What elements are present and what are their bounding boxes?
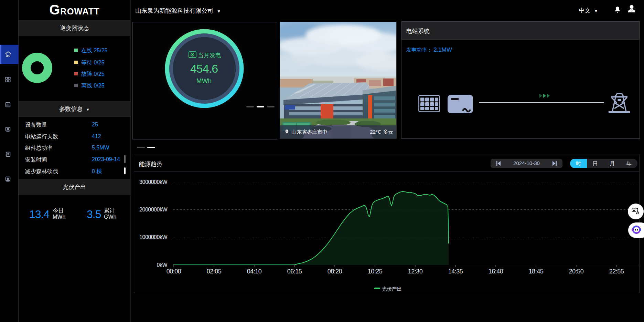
svg-text:454.6: 454.6 [190,62,218,75]
svg-text:MWh: MWh [196,77,212,84]
svg-text:当月发电: 当月发电 [198,52,221,59]
